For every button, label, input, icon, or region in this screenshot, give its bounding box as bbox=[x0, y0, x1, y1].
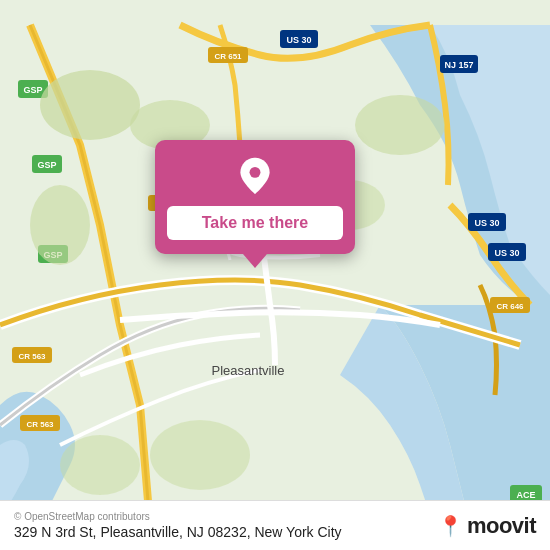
svg-text:CR 651: CR 651 bbox=[214, 52, 242, 61]
svg-text:US 30: US 30 bbox=[286, 35, 311, 45]
svg-text:CR 563: CR 563 bbox=[18, 352, 46, 361]
popup-card: Take me there bbox=[155, 140, 355, 254]
address-text: 329 N 3rd St, Pleasantville, NJ 08232, N… bbox=[14, 524, 342, 540]
moovit-logo: 📍 moovit bbox=[438, 513, 536, 539]
svg-text:Pleasantville: Pleasantville bbox=[212, 363, 285, 378]
svg-point-33 bbox=[60, 435, 140, 495]
take-me-there-button[interactable]: Take me there bbox=[167, 206, 343, 240]
svg-text:ACE: ACE bbox=[516, 490, 535, 500]
moovit-wordmark: moovit bbox=[467, 513, 536, 539]
map-background: GSP GSP GSP US 30 NJ 157 CR 651 US 30 US… bbox=[0, 0, 550, 550]
svg-text:NJ 157: NJ 157 bbox=[444, 60, 473, 70]
moovit-pin-icon: 📍 bbox=[438, 514, 463, 538]
bottom-left-info: © OpenStreetMap contributors 329 N 3rd S… bbox=[14, 511, 342, 540]
svg-text:US 30: US 30 bbox=[474, 218, 499, 228]
svg-point-34 bbox=[150, 420, 250, 490]
svg-text:US 30: US 30 bbox=[494, 248, 519, 258]
svg-text:CR 646: CR 646 bbox=[496, 302, 524, 311]
svg-text:GSP: GSP bbox=[37, 160, 56, 170]
svg-text:GSP: GSP bbox=[23, 85, 42, 95]
map-container: GSP GSP GSP US 30 NJ 157 CR 651 US 30 US… bbox=[0, 0, 550, 550]
svg-point-30 bbox=[30, 185, 90, 265]
svg-point-28 bbox=[40, 70, 140, 140]
location-pin-icon bbox=[235, 156, 275, 196]
svg-text:CR 563: CR 563 bbox=[26, 420, 54, 429]
map-attribution: © OpenStreetMap contributors bbox=[14, 511, 342, 522]
svg-point-37 bbox=[250, 167, 261, 178]
bottom-bar: © OpenStreetMap contributors 329 N 3rd S… bbox=[0, 500, 550, 550]
svg-point-31 bbox=[355, 95, 445, 155]
